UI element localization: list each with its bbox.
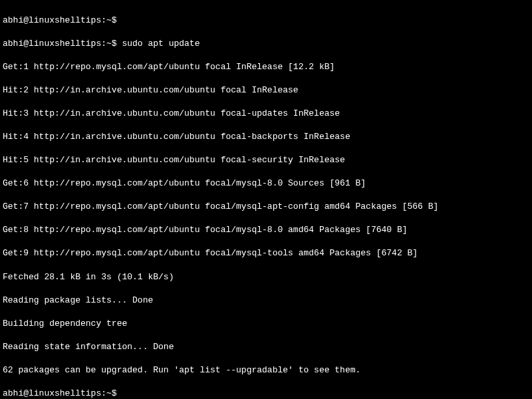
output-line: Get:7 http://repo.mysql.com/apt/ubuntu f… — [3, 201, 529, 213]
output-line: Get:9 http://repo.mysql.com/apt/ubuntu f… — [3, 247, 529, 259]
output-line: Hit:2 http://in.archive.ubuntu.com/ubunt… — [3, 84, 529, 96]
prompt-line: abhi@linuxshelltips:~$ — [3, 388, 529, 399]
output-line: Reading package lists... Done — [3, 295, 529, 307]
output-line: Building dependency tree — [3, 318, 529, 330]
prompt-line: abhi@linuxshelltips:~$ — [3, 15, 529, 27]
output-line: Fetched 28.1 kB in 3s (10.1 kB/s) — [3, 271, 529, 283]
terminal-output[interactable]: abhi@linuxshelltips:~$ abhi@linuxshellti… — [3, 3, 529, 399]
output-line: Get:1 http://repo.mysql.com/apt/ubuntu f… — [3, 61, 529, 73]
output-line: Hit:5 http://in.archive.ubuntu.com/ubunt… — [3, 154, 529, 166]
command-line: abhi@linuxshelltips:~$ sudo apt update — [3, 38, 529, 50]
output-line: Get:6 http://repo.mysql.com/apt/ubuntu f… — [3, 178, 529, 190]
output-line: Get:8 http://repo.mysql.com/apt/ubuntu f… — [3, 224, 529, 236]
output-line: Reading state information... Done — [3, 341, 529, 353]
output-line: 62 packages can be upgraded. Run 'apt li… — [3, 364, 529, 376]
output-line: Hit:3 http://in.archive.ubuntu.com/ubunt… — [3, 108, 529, 120]
output-line: Hit:4 http://in.archive.ubuntu.com/ubunt… — [3, 131, 529, 143]
